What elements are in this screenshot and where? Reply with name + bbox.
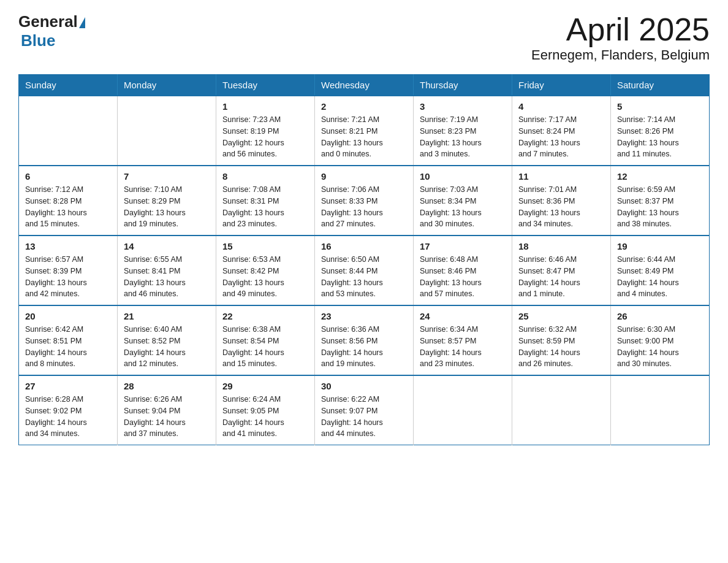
day-number: 1 [222,101,308,112]
calendar-day-header: Wednesday [315,75,414,96]
calendar-day-cell: 28Sunrise: 6:26 AMSunset: 9:04 PMDayligh… [118,375,216,445]
day-number: 11 [518,171,604,182]
day-info: Sunrise: 6:46 AMSunset: 8:47 PMDaylight:… [518,254,604,300]
day-info: Sunrise: 6:38 AMSunset: 8:54 PMDaylight:… [222,324,308,370]
day-info: Sunrise: 6:50 AMSunset: 8:44 PMDaylight:… [321,254,407,300]
day-info: Sunrise: 7:12 AMSunset: 8:28 PMDaylight:… [25,184,111,230]
day-info: Sunrise: 7:14 AMSunset: 8:26 PMDaylight:… [617,114,703,160]
calendar-day-cell: 26Sunrise: 6:30 AMSunset: 9:00 PMDayligh… [611,305,710,375]
day-info: Sunrise: 6:34 AMSunset: 8:57 PMDaylight:… [420,324,506,370]
calendar-day-cell: 14Sunrise: 6:55 AMSunset: 8:41 PMDayligh… [118,236,216,305]
calendar-day-cell: 5Sunrise: 7:14 AMSunset: 8:26 PMDaylight… [611,96,710,166]
day-number: 7 [124,171,210,182]
calendar-day-header: Saturday [611,75,710,96]
day-info: Sunrise: 7:10 AMSunset: 8:29 PMDaylight:… [124,184,210,230]
calendar-day-cell [118,96,216,166]
calendar-day-cell [611,375,710,445]
day-info: Sunrise: 6:22 AMSunset: 9:07 PMDaylight:… [321,394,407,440]
calendar-day-cell: 25Sunrise: 6:32 AMSunset: 8:59 PMDayligh… [512,305,611,375]
page-title: April 2025 [531,12,710,47]
calendar-week-row: 27Sunrise: 6:28 AMSunset: 9:02 PMDayligh… [19,375,710,445]
day-number: 19 [617,241,703,251]
calendar-day-cell: 15Sunrise: 6:53 AMSunset: 8:42 PMDayligh… [216,236,315,305]
day-info: Sunrise: 7:03 AMSunset: 8:34 PMDaylight:… [420,184,506,230]
day-info: Sunrise: 6:42 AMSunset: 8:51 PMDaylight:… [25,324,111,370]
day-number: 20 [25,311,111,321]
calendar-day-cell: 11Sunrise: 7:01 AMSunset: 8:36 PMDayligh… [512,166,611,236]
day-info: Sunrise: 7:17 AMSunset: 8:24 PMDaylight:… [518,114,604,160]
day-info: Sunrise: 6:57 AMSunset: 8:39 PMDaylight:… [25,254,111,300]
calendar-day-cell: 22Sunrise: 6:38 AMSunset: 8:54 PMDayligh… [216,305,315,375]
day-number: 6 [25,171,111,182]
day-number: 25 [518,311,604,321]
logo: General Blue [18,12,85,50]
calendar-day-cell: 2Sunrise: 7:21 AMSunset: 8:21 PMDaylight… [315,96,414,166]
calendar-week-row: 1Sunrise: 7:23 AMSunset: 8:19 PMDaylight… [19,96,710,166]
calendar-day-cell: 4Sunrise: 7:17 AMSunset: 8:24 PMDaylight… [512,96,611,166]
calendar-day-cell: 23Sunrise: 6:36 AMSunset: 8:56 PMDayligh… [315,305,414,375]
day-number: 14 [124,241,210,251]
calendar-day-cell [19,96,118,166]
day-info: Sunrise: 7:01 AMSunset: 8:36 PMDaylight:… [518,184,604,230]
day-number: 30 [321,381,407,391]
calendar-day-cell [512,375,611,445]
day-number: 24 [420,311,506,321]
day-number: 13 [25,241,111,251]
day-info: Sunrise: 7:21 AMSunset: 8:21 PMDaylight:… [321,114,407,160]
calendar-day-cell: 6Sunrise: 7:12 AMSunset: 8:28 PMDaylight… [19,166,118,236]
logo-blue-text: Blue [21,31,55,50]
day-number: 4 [518,101,604,112]
calendar-table: SundayMondayTuesdayWednesdayThursdayFrid… [18,74,710,445]
page-header: General Blue April 2025 Eernegem, Flande… [18,12,710,63]
day-number: 9 [321,171,407,182]
day-info: Sunrise: 6:26 AMSunset: 9:04 PMDaylight:… [124,394,210,440]
day-info: Sunrise: 6:40 AMSunset: 8:52 PMDaylight:… [124,324,210,370]
page-subtitle: Eernegem, Flanders, Belgium [531,47,710,63]
calendar-day-cell: 24Sunrise: 6:34 AMSunset: 8:57 PMDayligh… [414,305,512,375]
calendar-day-cell: 3Sunrise: 7:19 AMSunset: 8:23 PMDaylight… [414,96,512,166]
calendar-day-cell: 19Sunrise: 6:44 AMSunset: 8:49 PMDayligh… [611,236,710,305]
day-info: Sunrise: 7:06 AMSunset: 8:33 PMDaylight:… [321,184,407,230]
day-info: Sunrise: 6:44 AMSunset: 8:49 PMDaylight:… [617,254,703,300]
day-info: Sunrise: 6:55 AMSunset: 8:41 PMDaylight:… [124,254,210,300]
day-number: 3 [420,101,506,112]
calendar-day-cell: 12Sunrise: 6:59 AMSunset: 8:37 PMDayligh… [611,166,710,236]
day-info: Sunrise: 6:24 AMSunset: 9:05 PMDaylight:… [222,394,308,440]
calendar-day-cell: 9Sunrise: 7:06 AMSunset: 8:33 PMDaylight… [315,166,414,236]
day-info: Sunrise: 7:19 AMSunset: 8:23 PMDaylight:… [420,114,506,160]
day-number: 10 [420,171,506,182]
day-number: 16 [321,241,407,251]
day-info: Sunrise: 7:08 AMSunset: 8:31 PMDaylight:… [222,184,308,230]
logo-general-text: General [18,12,78,31]
calendar-day-header: Tuesday [216,75,315,96]
calendar-day-cell: 30Sunrise: 6:22 AMSunset: 9:07 PMDayligh… [315,375,414,445]
day-number: 2 [321,101,407,112]
day-info: Sunrise: 6:53 AMSunset: 8:42 PMDaylight:… [222,254,308,300]
calendar-day-cell: 16Sunrise: 6:50 AMSunset: 8:44 PMDayligh… [315,236,414,305]
calendar-week-row: 13Sunrise: 6:57 AMSunset: 8:39 PMDayligh… [19,236,710,305]
logo-triangle-icon [79,17,85,28]
calendar-day-header: Friday [512,75,611,96]
day-info: Sunrise: 6:32 AMSunset: 8:59 PMDaylight:… [518,324,604,370]
day-number: 8 [222,171,308,182]
calendar-day-cell: 7Sunrise: 7:10 AMSunset: 8:29 PMDaylight… [118,166,216,236]
calendar-day-cell: 13Sunrise: 6:57 AMSunset: 8:39 PMDayligh… [19,236,118,305]
calendar-day-cell [414,375,512,445]
day-number: 12 [617,171,703,182]
day-number: 28 [124,381,210,391]
calendar-day-cell: 21Sunrise: 6:40 AMSunset: 8:52 PMDayligh… [118,305,216,375]
title-block: April 2025 Eernegem, Flanders, Belgium [531,12,710,63]
calendar-header-row: SundayMondayTuesdayWednesdayThursdayFrid… [19,75,710,96]
day-number: 21 [124,311,210,321]
day-number: 27 [25,381,111,391]
calendar-day-cell: 8Sunrise: 7:08 AMSunset: 8:31 PMDaylight… [216,166,315,236]
day-number: 22 [222,311,308,321]
calendar-day-cell: 20Sunrise: 6:42 AMSunset: 8:51 PMDayligh… [19,305,118,375]
day-number: 29 [222,381,308,391]
calendar-day-header: Monday [118,75,216,96]
day-info: Sunrise: 6:36 AMSunset: 8:56 PMDaylight:… [321,324,407,370]
calendar-week-row: 6Sunrise: 7:12 AMSunset: 8:28 PMDaylight… [19,166,710,236]
day-info: Sunrise: 6:30 AMSunset: 9:00 PMDaylight:… [617,324,703,370]
day-info: Sunrise: 6:48 AMSunset: 8:46 PMDaylight:… [420,254,506,300]
day-info: Sunrise: 6:59 AMSunset: 8:37 PMDaylight:… [617,184,703,230]
